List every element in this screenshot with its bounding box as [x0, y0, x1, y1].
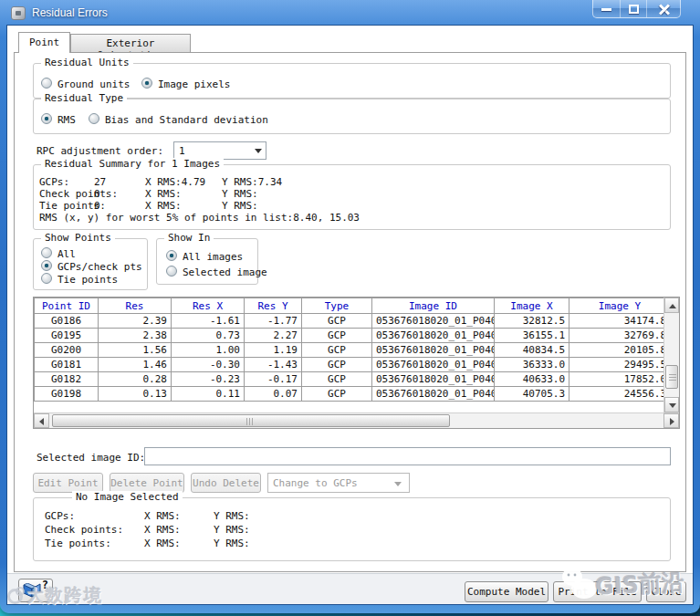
- col-image-x[interactable]: Image X: [495, 298, 569, 314]
- img-check-yrms: Y RMS:: [214, 524, 250, 536]
- all-images-label: All images: [183, 251, 243, 263]
- arrow-down-icon: [669, 403, 676, 408]
- rpc-order-value: 1: [179, 145, 185, 157]
- table-row[interactable]: G01952.380.732.27GCP053676018020_01_P040…: [35, 329, 664, 343]
- summary-check-xrms: X RMS:: [145, 188, 182, 200]
- selected-image-radio[interactable]: [166, 266, 177, 277]
- chevron-down-icon: [255, 149, 262, 153]
- bias-stddev-radio[interactable]: [89, 113, 99, 124]
- show-tie-radio[interactable]: [41, 273, 52, 284]
- col-image-id[interactable]: Image ID: [372, 298, 495, 314]
- ground-units-label: Ground units: [57, 78, 130, 90]
- summary-gcps-count: 27: [94, 176, 106, 188]
- app-icon: [11, 6, 26, 20]
- edit-point-button[interactable]: Edit Point: [33, 473, 103, 493]
- show-all-label: All: [57, 248, 76, 260]
- bias-stddev-label: Bias and Standard deviation: [105, 114, 268, 126]
- delete-point-button[interactable]: Delete Point: [110, 473, 184, 493]
- window-controls: [592, 0, 681, 18]
- undo-delete-button[interactable]: Undo Delete: [191, 473, 261, 493]
- col-res[interactable]: Res: [99, 298, 172, 314]
- selected-image-label: Selected image: [183, 266, 267, 278]
- change-to-gcps-value: Change to GCPs: [273, 477, 358, 489]
- print-to-file-button[interactable]: Print to File: [553, 581, 642, 602]
- show-points-group: Show Points All GCPs/check pts Tie point…: [33, 238, 148, 290]
- summary-worst-line: RMS (x, y) for worst 5% of points in lis…: [39, 212, 360, 224]
- tab-point[interactable]: Point: [18, 32, 70, 53]
- residual-type-group: Residual Type RMS Bias and Standard devi…: [33, 99, 671, 134]
- table-header-row: Point ID Res Res X Res Y Type Image ID I…: [35, 298, 664, 314]
- book-icon: [22, 583, 44, 600]
- rpc-order-label: RPC adjustment order:: [37, 145, 163, 157]
- vertical-scroll-thumb[interactable]: [665, 365, 678, 389]
- show-all-radio[interactable]: [41, 247, 52, 258]
- col-res-y[interactable]: Res Y: [245, 298, 302, 314]
- show-gcps-radio[interactable]: [41, 260, 52, 271]
- table-row[interactable]: G01811.46-0.30-1.43GCP053676018020_01_P0…: [35, 358, 664, 372]
- image-summary-legend: No Image Selected: [72, 491, 183, 503]
- scroll-left-button[interactable]: [34, 413, 49, 428]
- img-tie-yrms: Y RMS:: [214, 538, 250, 549]
- col-point-id[interactable]: Point ID: [35, 298, 99, 314]
- image-pixels-label: Image pixels: [158, 78, 230, 90]
- img-check-label: Check points:: [45, 524, 123, 536]
- points-table: Point ID Res Res X Res Y Type Image ID I…: [34, 298, 663, 402]
- rms-label: RMS: [57, 114, 76, 126]
- arrow-left-icon: [39, 418, 44, 425]
- tab-exterior-orientation[interactable]: Exterior Orientation: [70, 34, 191, 53]
- img-tie-xrms: X RMS:: [144, 538, 181, 549]
- minimize-icon: [601, 8, 611, 11]
- residual-errors-window: Residual Errors Point Exterior Orientati…: [0, 0, 700, 613]
- close-button[interactable]: [646, 0, 680, 18]
- residual-units-group: Residual Units Ground units Image pixels: [33, 63, 671, 99]
- compute-model-button[interactable]: Compute Model: [465, 581, 549, 602]
- scroll-right-button[interactable]: [663, 413, 679, 428]
- help-button[interactable]: ?: [18, 579, 53, 602]
- rms-radio[interactable]: [41, 113, 52, 124]
- table-row[interactable]: G01980.130.110.07GCP053676018020_01_P040…: [35, 387, 664, 402]
- show-points-legend: Show Points: [41, 232, 115, 244]
- scroll-up-button[interactable]: [664, 298, 679, 313]
- change-to-gcps-select[interactable]: Change to GCPs: [267, 473, 410, 493]
- maximize-button[interactable]: [620, 0, 646, 18]
- col-res-x[interactable]: Res X: [172, 298, 245, 314]
- minimize-button[interactable]: [593, 0, 620, 18]
- rpc-order-select[interactable]: 1: [173, 141, 266, 160]
- img-tie-label: Tie points:: [45, 538, 111, 549]
- close-dialog-button[interactable]: Close: [646, 581, 686, 602]
- summary-check-yrms: Y RMS:: [222, 188, 258, 200]
- image-pixels-radio[interactable]: [141, 78, 152, 89]
- summary-gcps-yrms: Y RMS:7.34: [222, 176, 282, 188]
- vertical-scrollbar[interactable]: [663, 298, 679, 412]
- residual-units-legend: Residual Units: [41, 57, 133, 68]
- title-bar[interactable]: Residual Errors: [0, 0, 700, 26]
- maximize-icon: [629, 5, 639, 14]
- desktop: Residual Errors Point Exterior Orientati…: [0, 0, 700, 616]
- help-question-glyph: ?: [42, 579, 48, 591]
- arrow-up-icon: [669, 304, 676, 308]
- arrow-right-icon: [670, 418, 674, 425]
- residual-summary-legend: Residual Summary for 1 Images: [41, 158, 224, 170]
- residual-type-legend: Residual Type: [41, 92, 127, 104]
- residual-summary-group: Residual Summary for 1 Images GCPs: 27 X…: [33, 164, 671, 230]
- col-type[interactable]: Type: [302, 298, 372, 314]
- show-in-group: Show In All images Selected image: [156, 238, 258, 285]
- selected-image-id-input[interactable]: [144, 447, 671, 465]
- table-row[interactable]: G02001.561.001.19GCP053676018020_01_P040…: [35, 343, 664, 358]
- horizontal-scrollbar[interactable]: [34, 412, 679, 428]
- show-gcps-label: GCPs/check pts: [57, 261, 142, 273]
- horizontal-scroll-thumb[interactable]: [52, 414, 450, 427]
- scroll-down-button[interactable]: [664, 397, 679, 412]
- summary-tie-yrms: Y RMS:: [222, 200, 258, 212]
- table-row[interactable]: G01862.39-1.61-1.77GCP053676018020_01_P0…: [35, 314, 664, 329]
- img-gcps-label: GCPs:: [45, 510, 75, 522]
- show-tie-label: Tie points: [57, 274, 118, 286]
- table-row[interactable]: G01820.28-0.23-0.17GCP053676018020_01_P0…: [35, 372, 664, 387]
- all-images-radio[interactable]: [166, 250, 177, 261]
- col-image-y[interactable]: Image Y: [569, 298, 664, 314]
- points-table-container: Point ID Res Res X Res Y Type Image ID I…: [33, 297, 680, 429]
- selected-image-id-label: Selected image ID:: [37, 452, 145, 464]
- points-table-viewport: Point ID Res Res X Res Y Type Image ID I…: [34, 298, 663, 412]
- img-gcps-yrms: Y RMS:: [214, 510, 250, 522]
- ground-units-radio[interactable]: [41, 78, 52, 89]
